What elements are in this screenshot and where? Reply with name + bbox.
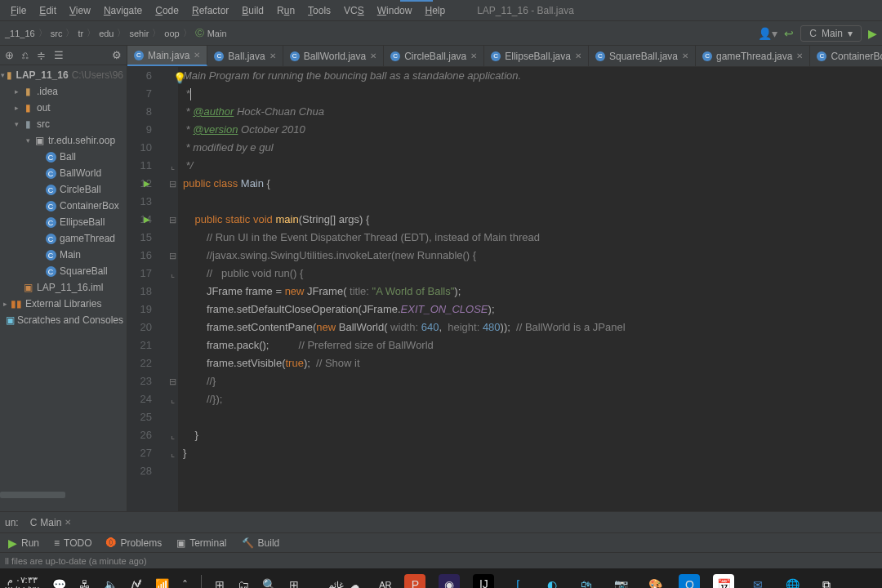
tree-class-ellipseball[interactable]: CEllipseBall <box>0 214 127 230</box>
close-icon[interactable]: ✕ <box>575 51 581 60</box>
battery-icon[interactable]: 🗲 <box>131 578 142 588</box>
app-chrome-icon[interactable]: 🌐 <box>782 574 803 588</box>
menu-file[interactable]: File <box>5 2 32 19</box>
tree-root[interactable]: ▾▮LAP_11_16C:\Users\96 <box>0 67 127 83</box>
close-icon[interactable]: ✕ <box>470 51 477 60</box>
breadcrumb-current[interactable]: Main <box>207 29 227 38</box>
editor-tab-ball[interactable]: CBall.java✕ <box>207 46 283 66</box>
close-icon[interactable]: ✕ <box>370 51 376 60</box>
breadcrumb-item[interactable]: edu <box>99 29 114 38</box>
editor-tab-main[interactable]: CMain.java✕ <box>127 46 207 66</box>
app-edge-icon[interactable]: ◐ <box>541 574 563 588</box>
start-icon[interactable]: ⊞ <box>289 578 299 588</box>
file-explorer-icon[interactable]: 🗂 <box>238 578 249 588</box>
tree-class-ball[interactable]: CBall <box>0 149 127 165</box>
breadcrumb[interactable]: _11_16 〉 src 〉 tr 〉 edu 〉 sehir 〉 oop 〉 … <box>5 27 227 39</box>
editor-tab-containerbox[interactable]: CContainerBox <box>810 46 882 66</box>
gear-icon[interactable]: ⚙ <box>112 49 122 61</box>
tree-class-main[interactable]: CMain <box>0 247 127 263</box>
breadcrumb-project[interactable]: _11_16 <box>5 29 35 38</box>
code-with-me-icon[interactable]: 👤▾ <box>758 27 777 40</box>
tree-package[interactable]: ▾▣tr.edu.sehir.oop <box>0 132 127 149</box>
taskbar-search-icon[interactable]: 🔍 <box>262 578 276 588</box>
intention-bulb-icon[interactable]: 💡 <box>173 69 186 87</box>
menu-view[interactable]: View <box>64 2 96 19</box>
select-opened-file-icon[interactable]: ⊕ <box>5 49 14 61</box>
close-icon[interactable]: ✕ <box>194 51 200 60</box>
tree-class-circleball[interactable]: CCircleBall <box>0 181 127 198</box>
breadcrumb-item[interactable]: oop <box>164 29 179 38</box>
expand-all-icon[interactable]: ⎌ <box>22 49 29 61</box>
run-gutter-icon[interactable]: ▶ <box>144 175 150 193</box>
app-camera-icon[interactable]: 📷 <box>610 574 631 588</box>
tool-terminal[interactable]: ▣Terminal <box>176 537 226 549</box>
project-tree[interactable]: ▾▮LAP_11_16C:\Users\96 ▸▮.idea ▸▮out ▾▮s… <box>0 65 127 511</box>
run-button[interactable]: ▶ <box>868 27 877 40</box>
tool-build[interactable]: 🔨Build <box>242 537 280 549</box>
menu-run[interactable]: Run <box>271 2 301 19</box>
run-configuration-selector[interactable]: C Main ▾ <box>800 25 862 42</box>
notifications-icon[interactable]: 💬 <box>52 578 66 588</box>
taskbar-clock[interactable]: ٠٧:٣٣ م ٢١/١١/٢٢ <box>5 575 39 588</box>
breadcrumb-item[interactable]: tr <box>78 29 83 38</box>
menu-window[interactable]: Window <box>372 2 418 19</box>
app-store-icon[interactable]: 🛍 <box>576 574 597 588</box>
menu-help[interactable]: Help <box>419 2 451 19</box>
breadcrumb-item[interactable]: src <box>51 29 63 38</box>
close-icon[interactable]: ✕ <box>682 51 688 60</box>
app-paint-icon[interactable]: 🎨 <box>644 574 666 588</box>
build-icon[interactable]: ↩ <box>784 27 794 40</box>
tree-class-squareball[interactable]: CSquareBall <box>0 263 127 279</box>
close-icon[interactable]: ✕ <box>65 518 71 527</box>
app-calendar-icon[interactable]: 📅 <box>713 574 734 588</box>
tree-iml[interactable]: ▣LAP_11_16.iml <box>0 279 127 296</box>
tree-folder-src[interactable]: ▾▮src <box>0 116 127 132</box>
wifi-icon[interactable]: 📶 <box>155 578 169 588</box>
tool-run[interactable]: ▶Run <box>8 537 39 550</box>
tree-external-libraries[interactable]: ▸▮▮External Libraries <box>0 296 127 312</box>
weather-text[interactable]: غائم <box>328 580 344 589</box>
network-icon[interactable]: 🖧 <box>79 578 91 588</box>
menu-refactor[interactable]: Refactor <box>186 2 234 19</box>
tool-problems[interactable]: ⓿Problems <box>106 537 162 549</box>
tool-todo[interactable]: ≡TODO <box>54 537 91 549</box>
app-eclipse-icon[interactable]: ◉ <box>439 574 460 588</box>
menu-vcs[interactable]: VCS <box>338 2 370 19</box>
app-outlook-icon[interactable]: O <box>679 574 700 588</box>
editor-tab-circleball[interactable]: CCircleBall.java✕ <box>384 46 484 66</box>
tree-folder-out[interactable]: ▸▮out <box>0 100 127 116</box>
code-content[interactable]: Main Program for running the bouncing ba… <box>178 67 882 511</box>
task-view-icon[interactable]: ⊞ <box>215 578 225 588</box>
collapse-all-icon[interactable]: ≑ <box>37 49 46 61</box>
horizontal-scrollbar[interactable] <box>0 492 65 498</box>
editor-tab-gamethread[interactable]: CgameThread.java✕ <box>696 46 810 66</box>
fold-strip[interactable]: ⌞ ⊟⊟⊟⌞⊟⌞⌞⌞ <box>167 67 178 511</box>
tree-class-containerbox[interactable]: CContainerBox <box>0 198 127 214</box>
volume-icon[interactable]: 🔈 <box>104 578 118 588</box>
app-dropbox-icon[interactable]: ⧉ <box>816 574 837 588</box>
editor-tab-ballworld[interactable]: CBallWorld.java✕ <box>283 46 384 66</box>
app-intellij-icon[interactable]: IJ <box>473 574 494 588</box>
breadcrumb-item[interactable]: sehir <box>129 29 149 38</box>
run-tab[interactable]: CMain✕ <box>25 515 77 530</box>
close-icon[interactable]: ✕ <box>796 51 803 60</box>
app-vscode-icon[interactable]: ⌈ <box>507 574 528 588</box>
show-options-icon[interactable]: ☰ <box>54 49 64 61</box>
menu-code[interactable]: Code <box>149 2 185 19</box>
menu-navigate[interactable]: Navigate <box>98 2 148 19</box>
language-indicator[interactable]: AR <box>379 580 391 588</box>
menu-tools[interactable]: Tools <box>302 2 336 19</box>
tree-folder-idea[interactable]: ▸▮.idea <box>0 83 127 100</box>
app-mail-icon[interactable]: ✉ <box>747 574 768 588</box>
menu-build[interactable]: Build <box>236 2 270 19</box>
tree-scratches[interactable]: ▣Scratches and Consoles <box>0 312 127 328</box>
menu-edit[interactable]: Edit <box>33 2 62 19</box>
code-editor[interactable]: 💡 67891011 12▶ 13 14▶ 151617181920212223… <box>127 67 882 511</box>
tray-expand-icon[interactable]: ˄ <box>182 578 188 588</box>
tree-class-gamethread[interactable]: CgameThread <box>0 230 127 247</box>
run-gutter-icon[interactable]: ▶ <box>144 211 150 229</box>
gutter[interactable]: 67891011 12▶ 13 14▶ 15161718192021222324… <box>127 67 167 511</box>
editor-tab-ellipseball[interactable]: CEllipseBall.java✕ <box>484 46 589 66</box>
editor-tab-squareball[interactable]: CSquareBall.java✕ <box>589 46 696 66</box>
tree-class-ballworld[interactable]: CBallWorld <box>0 165 127 181</box>
